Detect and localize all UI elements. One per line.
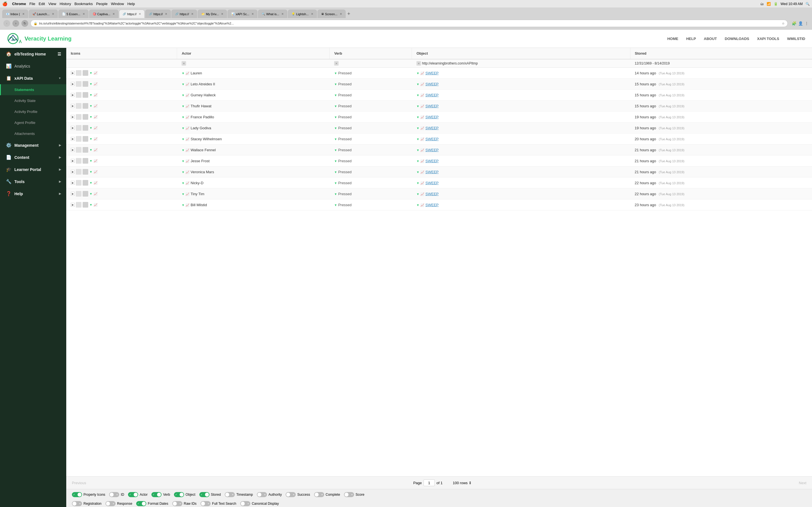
nav-downloads[interactable]: DOWNLOADS [725, 37, 749, 41]
tab-https3-close[interactable]: ✕ [191, 12, 193, 15]
object-link-10[interactable]: SWEEP [425, 181, 439, 185]
back-button[interactable]: ‹ [3, 20, 10, 27]
tab-https1-active[interactable]: 🔗 https:// ✕ [119, 10, 145, 18]
object-trend-icon-4[interactable]: 📈 [420, 115, 424, 119]
toggle-switch-10[interactable]: ✕ [344, 492, 354, 497]
filter-stored-cell[interactable]: 12/31/1969 - 8/14/2019 [630, 59, 812, 68]
object-trend-icon-10[interactable]: 📈 [420, 181, 424, 185]
trend-icon-7[interactable]: 📈 [94, 148, 98, 152]
actor-trend-icon-7[interactable]: 📈 [186, 149, 190, 152]
object-link-11[interactable]: SWEEP [425, 192, 439, 196]
object-trend-icon-11[interactable]: 📈 [420, 192, 424, 196]
tab-xapi[interactable]: 📊 xAPI Sc... ✕ [227, 10, 257, 18]
toggle-switch-12[interactable]: ✕ [105, 501, 116, 506]
refresh-button[interactable]: ↻ [21, 20, 28, 27]
expand-btn-0[interactable]: ▶ [71, 71, 75, 75]
actor-trend-icon-3[interactable]: 📈 [186, 105, 190, 108]
tab-https1-close[interactable]: ✕ [139, 12, 141, 15]
object-filter-icon-0[interactable]: ▼ [416, 71, 419, 75]
tab-screen[interactable]: 🖥 Screen... ✕ [317, 10, 346, 18]
actor-filter-icon-7[interactable]: ▼ [182, 149, 185, 152]
verb-filter-icon-12[interactable]: ▼ [334, 203, 337, 207]
expand-btn-1[interactable]: ▶ [71, 82, 75, 86]
trend-icon-12[interactable]: 📈 [94, 203, 98, 207]
toggle-switch-16[interactable]: ✕ [240, 501, 250, 506]
verb-filter-icon-7[interactable]: ▼ [334, 149, 337, 152]
object-filter-icon-4[interactable]: ▼ [416, 115, 419, 119]
object-link-5[interactable]: SWEEP [425, 126, 439, 130]
actor-filter-icon-12[interactable]: ▼ [182, 203, 185, 207]
toggle-switch-15[interactable]: ✕ [200, 501, 211, 506]
actor-filter-icon-2[interactable]: ▼ [182, 94, 185, 97]
actor-trend-icon-5[interactable]: 📈 [186, 126, 190, 130]
filter-icon-0[interactable]: ▼ [89, 71, 93, 75]
toggle-switch-3[interactable]: ✓ [151, 492, 161, 497]
tab-mydrive[interactable]: 📁 My Driv... ✕ [198, 10, 227, 18]
sidebar-item-help[interactable]: ❓ Help ▶ [0, 187, 66, 200]
hamburger-icon[interactable]: ☰ [57, 52, 61, 56]
expand-btn-6[interactable]: ▶ [71, 137, 75, 141]
filter-icon-4[interactable]: ▼ [89, 115, 93, 119]
expand-btn-11[interactable]: ▶ [71, 192, 75, 196]
tab-5essen-close[interactable]: ✕ [83, 12, 85, 15]
menubar-view[interactable]: View [48, 2, 56, 6]
object-filter-icon-1[interactable]: ▼ [416, 82, 419, 86]
sidebar-item-tools[interactable]: 🔧 Tools ▶ [0, 175, 66, 187]
object-link-6[interactable]: SWEEP [425, 137, 439, 141]
search-icon[interactable]: 🔍 [806, 2, 810, 6]
actor-filter-icon-1[interactable]: ▼ [182, 82, 185, 86]
nav-help[interactable]: HELP [686, 37, 696, 41]
verb-filter-icon-0[interactable]: ▼ [334, 71, 337, 75]
sidebar-item-content[interactable]: 📄 Content ▶ [0, 151, 66, 163]
nav-wmilstid[interactable]: WMILSTID [787, 37, 805, 41]
filter-verb-clear[interactable]: ✕ [334, 61, 339, 66]
object-filter-icon-6[interactable]: ▼ [416, 137, 419, 141]
filter-actor-cell[interactable]: ✕ [177, 59, 329, 68]
object-filter-icon-11[interactable]: ▼ [416, 192, 419, 196]
forward-button[interactable]: › [12, 20, 19, 27]
nav-xapi-tools[interactable]: XAPI TOOLS [757, 37, 779, 41]
filter-icon-12[interactable]: ▼ [89, 203, 93, 207]
menubar-help[interactable]: Help [128, 2, 135, 6]
filter-icon-7[interactable]: ▼ [89, 148, 93, 152]
trend-icon-1[interactable]: 📈 [94, 82, 98, 86]
extensions-icon[interactable]: 🧩 [792, 21, 797, 25]
tab-launch-close[interactable]: ✕ [52, 12, 54, 15]
verb-filter-icon-5[interactable]: ▼ [334, 126, 337, 130]
filter-icon-2[interactable]: ▼ [89, 93, 93, 97]
tab-mydrive-close[interactable]: ✕ [221, 12, 223, 15]
sidebar-item-agent-profile[interactable]: Agent Profile [0, 117, 66, 128]
tab-lightsh-close[interactable]: ✕ [311, 12, 313, 15]
expand-btn-12[interactable]: ▶ [71, 203, 75, 207]
object-link-2[interactable]: SWEEP [425, 93, 439, 97]
url-bar[interactable]: 🔒 lrs.io/ui/lrs/elbtesting/statements/#%… [31, 20, 788, 27]
verb-filter-icon-10[interactable]: ▼ [334, 181, 337, 185]
actor-filter-icon-3[interactable]: ▼ [182, 105, 185, 108]
filter-verb-cell[interactable]: ✕ [329, 59, 412, 68]
verb-filter-icon-6[interactable]: ▼ [334, 137, 337, 141]
actor-trend-icon-12[interactable]: 📈 [186, 203, 190, 207]
expand-btn-9[interactable]: ▶ [71, 170, 75, 174]
object-filter-icon-10[interactable]: ▼ [416, 181, 419, 185]
verb-filter-icon-2[interactable]: ▼ [334, 94, 337, 97]
menubar-chrome[interactable]: Chrome [12, 2, 26, 6]
page-input[interactable] [423, 480, 435, 486]
object-filter-icon-7[interactable]: ▼ [416, 149, 419, 152]
object-filter-icon-5[interactable]: ▼ [416, 126, 419, 130]
menu-icon[interactable]: ⋮ [805, 21, 809, 25]
verb-filter-icon-9[interactable]: ▼ [334, 170, 337, 174]
verb-filter-icon-3[interactable]: ▼ [334, 105, 337, 108]
filter-actor-clear[interactable]: ✕ [182, 61, 186, 66]
previous-button[interactable]: Previous [72, 481, 86, 485]
menubar-window[interactable]: Window [111, 2, 124, 6]
toggle-switch-13[interactable]: ✓ [136, 501, 146, 506]
object-filter-icon-2[interactable]: ▼ [416, 94, 419, 97]
object-trend-icon-9[interactable]: 📈 [420, 170, 424, 174]
actor-trend-icon-11[interactable]: 📈 [186, 192, 190, 196]
trend-icon-0[interactable]: 📈 [94, 71, 98, 75]
toggle-switch-7[interactable]: ✕ [257, 492, 267, 497]
object-trend-icon-3[interactable]: 📈 [420, 105, 424, 108]
filter-icon-1[interactable]: ▼ [89, 82, 93, 86]
menubar-history[interactable]: History [59, 2, 71, 6]
actor-trend-icon-6[interactable]: 📈 [186, 137, 190, 141]
